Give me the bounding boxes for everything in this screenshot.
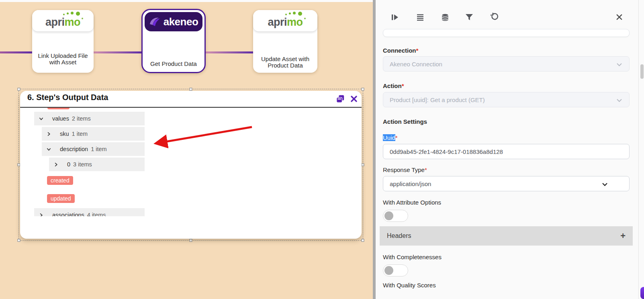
workflow-node-update-asset[interactable]: aprimo Update Asset with Product Data — [253, 10, 317, 73]
akeneo-swoosh-icon — [149, 16, 162, 27]
workflow-node-get-product-data[interactable]: akeneo Get Product Data — [141, 9, 206, 73]
tree-row-0[interactable]: 0 3 items — [49, 158, 145, 171]
clipped-input-field[interactable] — [383, 29, 630, 37]
chevron-down-icon[interactable] — [47, 147, 51, 152]
with-attribute-options-toggle[interactable] — [383, 210, 408, 222]
close-panel-icon[interactable] — [616, 14, 623, 20]
json-tree-viewport[interactable]: values 2 items sku 1 item description 1 … — [20, 108, 362, 216]
connector-line — [93, 51, 142, 53]
connection-label: Connection* — [383, 47, 418, 54]
aprimo-logo: aprimo — [253, 10, 317, 31]
node-label: Get Product Data — [143, 61, 204, 67]
action-label: Action* — [383, 82, 404, 89]
selection-handle[interactable] — [18, 88, 20, 91]
toggle-knob — [384, 266, 393, 275]
connector-line — [0, 51, 33, 53]
selection-handle[interactable] — [362, 239, 364, 242]
with-attribute-options-label: With Attribute Options — [383, 199, 441, 206]
selection-handle[interactable] — [190, 88, 192, 91]
chevron-right-icon[interactable] — [54, 162, 58, 167]
akeneo-logo: akeneo — [145, 12, 202, 31]
panel-divider-bar[interactable] — [373, 0, 376, 299]
action-select[interactable]: Product [uuid]: Get a product (GET) — [383, 92, 630, 107]
action-settings-heading: Action Settings — [383, 118, 427, 125]
scrollbar-thumb[interactable] — [640, 64, 644, 79]
step-inspector-panel: Connection* Akeneo Connection Action* Pr… — [376, 0, 644, 299]
response-type-label: Response Type* — [383, 166, 427, 173]
selection-handle[interactable] — [190, 239, 192, 242]
database-icon[interactable] — [440, 12, 450, 22]
connection-select[interactable]: Akeneo Connection — [383, 56, 630, 72]
filter-icon[interactable] — [464, 12, 474, 22]
panel-title: 6. Step's Output Data — [27, 93, 108, 102]
chevron-down-icon — [616, 61, 623, 68]
undo-icon[interactable] — [489, 12, 499, 22]
tree-row-associations[interactable]: associations 4 items — [34, 208, 145, 216]
workflow-canvas[interactable]: aprimo Link Uploaded File with Asset ake… — [0, 0, 373, 299]
tree-row-sku[interactable]: sku 1 item — [42, 127, 145, 141]
aprimo-logo: aprimo — [32, 10, 94, 31]
close-icon[interactable] — [350, 95, 358, 102]
uuid-label: Uuid* — [383, 134, 398, 141]
copy-icon[interactable] — [336, 94, 345, 103]
value-badge-updated: updated — [47, 194, 75, 203]
selection-handle[interactable] — [362, 164, 364, 166]
with-quality-scores-label: With Quality Scores — [383, 282, 436, 289]
headers-section[interactable]: Headers + — [380, 226, 633, 246]
step-output-data-panel[interactable]: 6. Step's Output Data values 2 items sku… — [20, 91, 362, 239]
tree-row-values[interactable]: values 2 items — [34, 112, 145, 125]
chevron-down-icon — [616, 97, 623, 104]
uuid-input[interactable]: 0dd9ab45-2fe1-4824-9c17-018836a8d128 — [383, 144, 630, 159]
tree-row-description[interactable]: description 1 item — [42, 142, 145, 156]
with-completenesses-toggle[interactable] — [383, 264, 408, 276]
node-label: Update Asset with Product Data — [253, 56, 317, 69]
add-header-button[interactable]: + — [620, 231, 626, 241]
value-badge-created: created — [47, 176, 73, 185]
chevron-down-icon[interactable] — [39, 117, 43, 121]
run-from-step-icon[interactable] — [390, 12, 400, 22]
selection-handle[interactable] — [362, 88, 364, 91]
chevron-down-icon — [601, 181, 608, 188]
with-completenesses-label: With Completenesses — [383, 254, 442, 260]
list-icon[interactable] — [415, 12, 425, 22]
clipped-corner-button[interactable] — [640, 287, 644, 299]
chevron-right-icon[interactable] — [47, 132, 51, 136]
canvas-top-strip — [0, 0, 373, 2]
workflow-node-link-uploaded-file[interactable]: aprimo Link Uploaded File with Asset — [32, 10, 94, 73]
scrollbar-track — [638, 0, 639, 299]
response-type-select[interactable]: application/json — [383, 176, 630, 191]
node-label: Link Uploaded File with Asset — [32, 53, 94, 66]
chevron-right-icon[interactable] — [39, 213, 43, 217]
connector-line — [205, 51, 254, 53]
toggle-knob — [384, 211, 393, 220]
selection-handle[interactable] — [18, 239, 20, 242]
clipped-badge — [47, 108, 70, 109]
